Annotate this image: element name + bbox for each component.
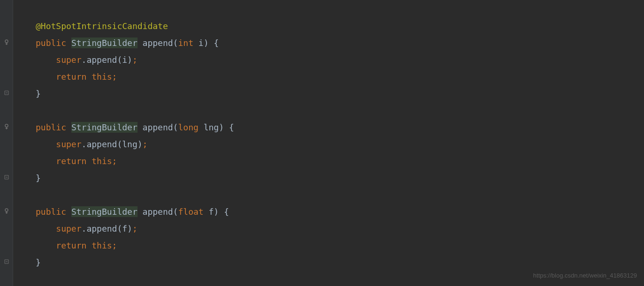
svg-point-2 (5, 209, 8, 211)
code-line: public StringBuilder append(long lng) { (36, 119, 644, 136)
code-line: super.append(f); (36, 220, 644, 237)
svg-point-1 (5, 124, 8, 127)
code-line: super.append(i); (36, 52, 644, 68)
code-line: public StringBuilder append(int i) { (36, 35, 644, 52)
code-line (36, 187, 644, 203)
code-line: @HotSpotIntrinsicCandidate (36, 18, 644, 35)
override-icon[interactable] (3, 207, 10, 214)
code-line: return this; (36, 237, 644, 254)
override-icon[interactable] (3, 123, 10, 130)
annotation-text: @HotSpotIntrinsicCandidate (36, 21, 168, 31)
code-line: } (36, 85, 644, 102)
code-line: super.append(lng); (36, 136, 644, 153)
code-line: return this; (36, 153, 644, 170)
fold-icon[interactable] (3, 258, 10, 265)
override-icon[interactable] (3, 38, 10, 45)
code-line: } (36, 170, 644, 187)
code-line: } (36, 254, 644, 271)
fold-icon[interactable] (3, 173, 10, 181)
fold-icon[interactable] (3, 89, 10, 96)
editor-gutter (0, 0, 13, 286)
code-line: public StringBuilder append(float f) { (36, 203, 644, 220)
watermark-text: https://blog.csdn.net/weixin_41863129 (533, 272, 637, 279)
code-line (36, 102, 644, 119)
code-editor[interactable]: @HotSpotIntrinsicCandidate public String… (13, 0, 644, 286)
code-line: return this; (36, 68, 644, 85)
svg-point-0 (5, 40, 8, 43)
